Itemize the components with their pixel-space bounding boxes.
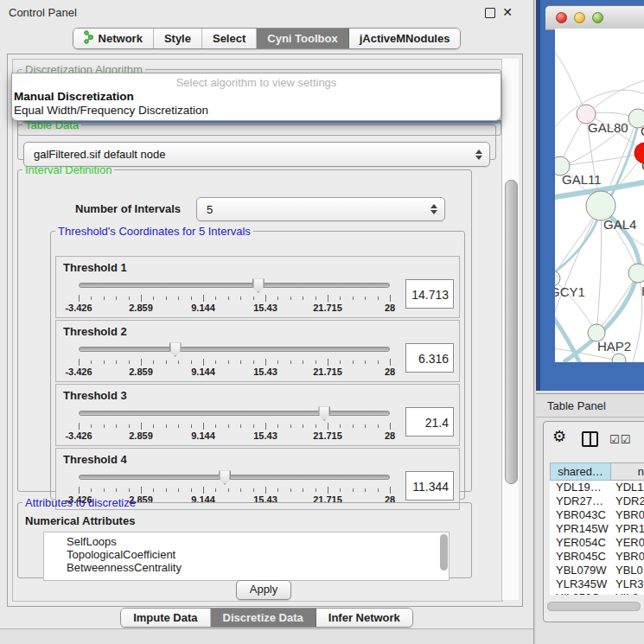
tab-impute-data[interactable]: Impute Data xyxy=(121,609,210,627)
slider-tick-label: 9.144 xyxy=(191,430,215,441)
table-data-group: Table Data galFiltered.sif default node xyxy=(17,118,496,160)
network-node[interactable] xyxy=(612,354,626,362)
table-horizontal-scrollbar[interactable] xyxy=(547,602,641,611)
slider-thumb[interactable] xyxy=(252,277,265,293)
close-traffic-light[interactable] xyxy=(556,12,567,23)
node-label: HAP2 xyxy=(597,339,631,354)
slider-tick-label: 9.144 xyxy=(191,303,215,313)
slider-thumb[interactable] xyxy=(219,469,231,485)
table-cell-name: YPR1 xyxy=(611,522,644,536)
interval-definition-label: Interval Definition xyxy=(22,163,114,176)
node-label: GA xyxy=(641,124,644,138)
tab-discretize-data[interactable]: Discretize Data xyxy=(211,609,316,627)
right-region: GAL80GACGAL11GAL4GCY1HHAP2 Table Panel ⚙… xyxy=(536,0,644,644)
column-header-name[interactable]: n xyxy=(611,462,644,481)
tab-infer-network[interactable]: Infer Network xyxy=(316,609,412,627)
algorithm-placeholder-item[interactable]: Select algorithm to view settings xyxy=(12,76,501,89)
slider-tick xyxy=(104,296,105,300)
split-columns-icon[interactable] xyxy=(582,431,598,447)
slider-tick xyxy=(365,488,366,492)
float-window-icon[interactable] xyxy=(485,8,495,18)
tab-select-label: Select xyxy=(213,32,245,45)
number-of-intervals-combo[interactable]: 5 xyxy=(196,197,445,221)
slider-tick xyxy=(178,424,179,428)
table-row[interactable]: YER054CYER0 xyxy=(550,536,644,550)
slider-tick xyxy=(191,424,192,428)
table-row[interactable]: YPR145WYPR1 xyxy=(550,522,644,536)
slider-tick xyxy=(166,360,167,364)
slider-thumb[interactable] xyxy=(169,341,182,357)
slider-tick xyxy=(79,423,80,430)
numerical-attributes-list[interactable]: SelfLoopsTopologicalCoefficientBetweenne… xyxy=(43,532,450,581)
slider-tick xyxy=(240,424,241,428)
table-row[interactable]: YDR27…YDR2 xyxy=(550,494,644,508)
threshold-slider[interactable]: -3.4262.8599.14415.4321.71528 xyxy=(72,277,397,314)
network-node[interactable] xyxy=(586,191,615,220)
gear-icon[interactable]: ⚙ xyxy=(552,429,566,444)
tab-select[interactable]: Select xyxy=(202,29,257,48)
tab-style[interactable]: Style xyxy=(154,29,202,48)
table-window: ⚙ ☑☑ shared… n YDL19…YDL1YDR27…YDR2YBR04… xyxy=(543,421,644,622)
slider-tick-label: 21.715 xyxy=(313,303,342,313)
algorithm-item-equal-width[interactable]: Equal Width/Frequency Discretization xyxy=(14,104,208,117)
table-cell-name: YIL0 xyxy=(611,591,644,595)
slider-thumb[interactable] xyxy=(318,405,330,421)
slider-track xyxy=(79,475,390,480)
slider-tick xyxy=(153,424,154,428)
threshold-value-field[interactable]: 21.4 xyxy=(405,407,454,437)
table-row[interactable]: YBL079WYBL0 xyxy=(550,564,644,577)
slider-tick xyxy=(303,488,303,492)
slider-tick xyxy=(129,424,130,428)
attribute-list-item[interactable]: BetweennessCentrality xyxy=(44,561,449,574)
table-cell-name: YBR0 xyxy=(611,550,644,564)
table-row[interactable]: YLR345WYLR3 xyxy=(550,577,644,591)
scrollbar-thumb[interactable] xyxy=(505,180,518,484)
slider-tick-label: 15.43 xyxy=(253,367,277,377)
settings-vertical-scrollbar[interactable] xyxy=(501,59,519,600)
algorithm-item-manual[interactable]: Manual Discretization xyxy=(14,90,134,103)
attribute-list-item[interactable]: TopologicalCoefficient xyxy=(44,548,449,561)
network-node[interactable] xyxy=(628,264,644,283)
slider-tick xyxy=(328,359,328,366)
slider-tick xyxy=(265,359,266,366)
table-row[interactable]: YIL052CYIL0 xyxy=(550,591,644,595)
slider-tick xyxy=(303,296,303,300)
table-row[interactable]: YBR045CYBR0 xyxy=(550,550,644,564)
control-panel-titlebar: Control Panel ✕ xyxy=(0,0,533,24)
table-cell-shared-name: YDL19… xyxy=(550,481,611,494)
tab-network[interactable]: Network xyxy=(73,29,154,48)
slider-tick xyxy=(390,359,391,366)
control-panel-footer xyxy=(0,628,533,644)
node-label: GAL4 xyxy=(603,217,636,232)
threshold-slider[interactable]: -3.4262.8599.14415.4321.71528 xyxy=(72,405,397,442)
slider-tick xyxy=(215,296,216,300)
tab-network-label: Network xyxy=(99,32,143,45)
tab-jactivemnodules[interactable]: jActiveMNodules xyxy=(349,29,461,48)
threshold-slider[interactable]: -3.4262.8599.14415.4321.71528 xyxy=(72,341,397,378)
zoom-traffic-light[interactable] xyxy=(592,12,603,23)
network-canvas[interactable]: GAL80GACGAL11GAL4GCY1HHAP2 xyxy=(555,29,644,362)
minimize-traffic-light[interactable] xyxy=(574,12,585,23)
network-window-titlebar[interactable] xyxy=(545,5,644,30)
slider-tick xyxy=(129,488,130,492)
threshold-title: Threshold 3 xyxy=(63,389,127,402)
slider-tick xyxy=(340,296,341,300)
threshold-value-field[interactable]: 14.713 xyxy=(405,279,454,309)
table-row[interactable]: YDL19…YDL1 xyxy=(550,481,644,494)
slider-tick xyxy=(203,295,204,302)
column-header-shared-name[interactable]: shared… xyxy=(550,462,611,481)
cyni-panel: Discretization Algorithm Table Data galF… xyxy=(7,54,523,607)
slider-tick xyxy=(253,360,254,364)
threshold-value-field[interactable]: 6.316 xyxy=(405,343,454,373)
table-cell-name: YBL0 xyxy=(611,564,644,577)
attribute-list-item[interactable]: SelfLoops xyxy=(44,535,449,548)
slider-tick xyxy=(116,488,117,492)
apply-button[interactable]: Apply xyxy=(236,580,291,600)
tab-cyni-toolbox[interactable]: Cyni Toolbox xyxy=(257,29,348,48)
slider-tick xyxy=(328,423,328,430)
slider-tick xyxy=(116,424,117,428)
attributes-list-scrollbar[interactable] xyxy=(440,534,448,571)
column-checkboxes-icon[interactable]: ☑☑ xyxy=(609,433,631,446)
table-row[interactable]: YBR043CYBR0 xyxy=(550,508,644,522)
close-icon[interactable]: ✕ xyxy=(502,5,513,19)
